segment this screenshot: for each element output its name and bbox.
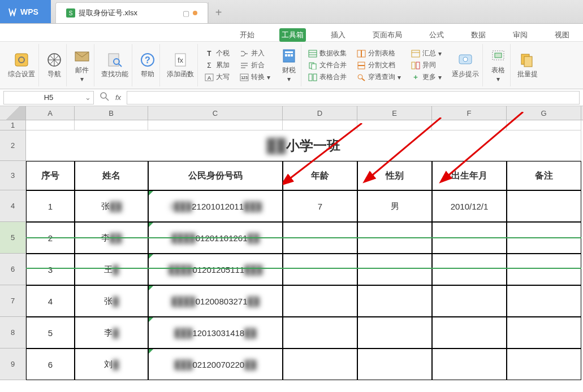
cell[interactable] xyxy=(283,222,357,254)
ribbon-summary-button[interactable]: 汇总▾ xyxy=(411,49,442,58)
cell[interactable] xyxy=(432,317,507,349)
tab-start[interactable]: 开始 xyxy=(237,28,257,42)
ribbon-splitdoc-button[interactable]: 分割文档 xyxy=(357,60,401,70)
select-all-corner[interactable] xyxy=(0,106,26,120)
ribbon-mail-button[interactable]: 邮件▾ xyxy=(70,44,94,86)
header-cell[interactable]: 出生年月 xyxy=(432,161,507,190)
qat-dropdown-icon[interactable]: ⌄ xyxy=(142,30,148,38)
cell[interactable] xyxy=(283,254,357,285)
print-icon[interactable] xyxy=(83,28,93,40)
ribbon-addfunc-button[interactable]: fx添加函数 xyxy=(163,44,198,86)
cell[interactable]: ████01201101261██ xyxy=(148,222,283,254)
col-header-d[interactable]: D xyxy=(283,106,357,120)
col-header-c[interactable]: C xyxy=(148,106,283,120)
cell[interactable] xyxy=(432,222,507,254)
col-header-g[interactable]: G xyxy=(507,106,581,120)
cell[interactable]: 1 xyxy=(26,190,75,222)
cell[interactable]: 张█ xyxy=(75,285,148,317)
cell[interactable]: 6 xyxy=(26,349,75,380)
cell[interactable]: 男 xyxy=(357,190,432,222)
tab-data[interactable]: 数据 xyxy=(469,28,488,42)
header-cell[interactable]: 性别 xyxy=(357,161,432,190)
wps-logo[interactable]: WPS xyxy=(0,0,51,23)
ribbon-upper-button[interactable]: A大写 xyxy=(205,72,230,82)
col-header-b[interactable]: B xyxy=(75,106,148,120)
cell[interactable]: ███02120070220██ xyxy=(148,349,283,380)
cell[interactable]: ████01201205111███ xyxy=(148,254,283,285)
row-header[interactable]: 7 xyxy=(0,285,26,317)
cell[interactable]: 王█ xyxy=(75,254,148,285)
cell[interactable] xyxy=(507,190,581,222)
cell[interactable] xyxy=(432,285,507,317)
ribbon-nav-button[interactable]: 导航 xyxy=(42,44,67,86)
error-indicator-icon[interactable] xyxy=(149,191,153,195)
header-cell[interactable]: 公民身份号码 xyxy=(148,161,283,190)
menu-icon[interactable]: ☰ xyxy=(6,28,15,41)
cell[interactable] xyxy=(507,317,581,349)
cell[interactable] xyxy=(283,317,357,349)
cell[interactable] xyxy=(148,120,283,130)
error-indicator-icon[interactable] xyxy=(149,223,153,227)
cell[interactable]: 3 xyxy=(26,254,75,285)
header-cell[interactable]: 年龄 xyxy=(283,161,357,190)
fx-label[interactable]: fx xyxy=(115,93,121,102)
header-cell[interactable]: 备注 xyxy=(507,161,581,190)
row-header[interactable]: 4 xyxy=(0,190,26,222)
col-header-a[interactable]: A xyxy=(26,106,75,120)
cell[interactable] xyxy=(432,120,507,130)
save-icon[interactable] xyxy=(64,28,75,40)
cell[interactable]: 3███21201012011███ xyxy=(148,190,283,222)
new-tab-button[interactable]: + xyxy=(208,2,228,23)
name-box[interactable]: H5⌄ xyxy=(3,91,94,104)
cell[interactable]: 2 xyxy=(26,222,75,254)
ribbon-more-button[interactable]: ＋更多▾ xyxy=(411,72,442,82)
cell[interactable] xyxy=(357,349,432,380)
row-header[interactable]: 5 xyxy=(0,222,26,254)
row-header[interactable]: 6 xyxy=(0,254,26,285)
tab-insert[interactable]: 插入 xyxy=(329,28,348,42)
tab-layout[interactable]: 页面布局 xyxy=(370,28,404,42)
cell[interactable] xyxy=(357,317,432,349)
cell[interactable] xyxy=(507,349,581,380)
tab-toolkit[interactable]: 工具箱 xyxy=(279,28,306,42)
zoom-lens-icon[interactable] xyxy=(100,92,110,103)
cell[interactable]: 5 xyxy=(26,317,75,349)
ribbon-settings-button[interactable]: 综合设置 xyxy=(5,44,39,86)
formula-input[interactable] xyxy=(127,91,580,104)
cell[interactable]: 刘█ xyxy=(75,349,148,380)
redo-icon[interactable]: ↷ xyxy=(116,29,123,40)
ribbon-splittable-button[interactable]: 分割表格 xyxy=(357,49,401,58)
col-header-f[interactable]: F xyxy=(432,106,507,120)
col-header-e[interactable]: E xyxy=(357,106,432,120)
cell[interactable] xyxy=(283,120,357,130)
cell[interactable] xyxy=(432,349,507,380)
row-header[interactable]: 3 xyxy=(0,161,26,190)
tab-formula[interactable]: 公式 xyxy=(427,28,446,42)
ribbon-collect-button[interactable]: 数据收集 xyxy=(308,49,347,58)
error-indicator-icon[interactable] xyxy=(149,349,153,354)
cell[interactable]: 4 xyxy=(26,285,75,317)
undo-icon[interactable]: ↶ xyxy=(101,29,108,40)
cell[interactable] xyxy=(357,254,432,285)
cell[interactable]: 李█ xyxy=(75,317,148,349)
row-header[interactable]: 1 xyxy=(0,120,26,130)
header-cell[interactable]: 序号 xyxy=(26,161,75,190)
title-cell[interactable]: ██小学一班 xyxy=(26,130,581,161)
ribbon-help-button[interactable]: ?帮助 xyxy=(136,44,160,86)
chevron-down-icon[interactable]: ⌄ xyxy=(85,93,91,102)
ribbon-finance-button[interactable]: 财税▾ xyxy=(277,44,301,86)
ribbon-drill-button[interactable]: 穿透查询▾ xyxy=(357,72,401,82)
ribbon-filemerge-button[interactable]: 文件合并 xyxy=(308,60,347,70)
row-header[interactable]: 2 xyxy=(0,130,26,161)
cell[interactable]: 李██ xyxy=(75,222,148,254)
cell[interactable] xyxy=(507,222,581,254)
cell[interactable] xyxy=(357,222,432,254)
ribbon-merge-button[interactable]: 并入 xyxy=(240,49,270,58)
cell[interactable] xyxy=(75,120,148,130)
ribbon-sum-button[interactable]: Σ累加 xyxy=(205,60,230,70)
ribbon-convert-button[interactable]: 折合 xyxy=(240,60,270,70)
ribbon-transform-button[interactable]: 123转换▾ xyxy=(240,72,270,82)
cell[interactable] xyxy=(432,254,507,285)
cell[interactable] xyxy=(507,285,581,317)
spreadsheet-grid[interactable]: A B C D E F G 1 2 ██小学一班 3 序号 姓名 公民身份号码 … xyxy=(0,106,583,392)
